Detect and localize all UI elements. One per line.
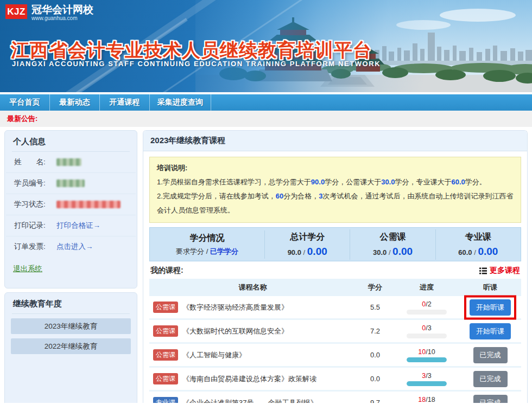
- course-name: 《海南自由贸易港建设总体方案》政策解读: [182, 374, 316, 384]
- credit-section-title: 专业课: [436, 232, 521, 243]
- course-row: 专业课《企业会计准则第37号——金融工具列报》9.718/18已完成: [149, 392, 521, 403]
- personal-info-panel: 个人信息 姓 名:学员编号:学习状态:打印记录:打印合格证→订单发票:点击进入→…: [4, 130, 137, 288]
- year-button-2022[interactable]: 2022年继续教育: [11, 338, 131, 354]
- credit-legend-title: 学分情况: [150, 233, 264, 244]
- earned-credits-label: 已学学分: [210, 247, 238, 255]
- course-name: 《数字经济驱动经济高质量发展》: [182, 303, 288, 312]
- divider: [12, 313, 130, 314]
- field-label: 姓 名:: [14, 157, 56, 167]
- highlighted-number: 30.0: [381, 178, 395, 186]
- page-subtitle: JIANGXI ACCOUNTING STAFF CONTINUING EDUC…: [12, 60, 381, 68]
- progress-fraction: 0/3: [422, 324, 431, 332]
- print-certificate-link[interactable]: 打印合格证→: [56, 221, 100, 230]
- credit-legend: 学分情况 要求学分 / 已学学分: [150, 230, 265, 259]
- course-type-badge: 公需课: [153, 373, 178, 384]
- brand-logo-kjz[interactable]: KJZ: [5, 4, 27, 19]
- progress-bar: [407, 334, 447, 338]
- nav-item-4[interactable]: 采集进度查询: [150, 94, 211, 111]
- course-credits: 0.0: [356, 375, 394, 383]
- course-name: 《人工智能与健康》: [182, 350, 246, 360]
- course-row: 公需课《数字经济驱动经济高质量发展》5.50/2开始听课: [149, 296, 521, 320]
- personal-info-row: 订单发票:点击进入→: [6, 236, 136, 257]
- course-name: 《大数据时代的互联网信息安全》: [182, 326, 288, 336]
- notice-text: 分为合格，: [283, 192, 319, 200]
- progress-total: /3: [426, 372, 431, 380]
- masked-value: [56, 158, 81, 166]
- courses-table: 课程名称学分进度听课 公需课《数字经济驱动经济高质量发展》5.50/2开始听课公…: [149, 279, 521, 403]
- credit-section: 专业课60.0 / 0.00: [436, 229, 521, 260]
- nav-item-2[interactable]: 最新动态: [50, 94, 100, 111]
- credit-legend-sub: 要求学分 / 已学学分: [150, 247, 264, 256]
- brand-name: 冠华会计网校: [31, 4, 93, 15]
- education-year-title: 继续教育年度: [5, 293, 137, 313]
- completed-button[interactable]: 已完成: [473, 371, 508, 387]
- course-name-cell: 公需课《大数据时代的互联网信息安全》: [149, 325, 356, 337]
- course-name-cell: 公需课《海南自由贸易港建设总体方案》政策解读: [149, 373, 356, 384]
- invoice-link[interactable]: 点击进入→: [56, 242, 93, 252]
- course-row: 公需课《海南自由贸易港建设总体方案》政策解读0.03/3已完成: [149, 368, 521, 392]
- course-type-badge: 公需课: [153, 349, 178, 361]
- field-label: 打印记录:: [14, 221, 56, 230]
- announcement-label: 最新公告:: [7, 114, 37, 124]
- course-progress-cell: 0/2: [394, 300, 459, 315]
- more-courses-label: 更多课程: [490, 266, 520, 275]
- course-credits: 0.0: [356, 351, 394, 359]
- highlighted-number: 90.0: [311, 178, 325, 186]
- education-year-buttons: 2023年继续教育2022年继续教育: [5, 318, 137, 354]
- course-name-cell: 专业课《企业会计准则第37号——金融工具列报》: [149, 397, 356, 403]
- progress-fraction: 10/10: [418, 348, 435, 356]
- earned-credits-value: 0.00: [392, 246, 413, 257]
- notice-text: 2.完成规定学分后，请在线参加考试，: [157, 192, 276, 200]
- completed-button[interactable]: 已完成: [473, 395, 508, 403]
- slash: /: [301, 248, 307, 256]
- column-header-2: 学分: [356, 283, 394, 292]
- main-nav: 平台首页最新动态开通课程采集进度查询: [0, 94, 532, 111]
- nav-item-1[interactable]: 平台首页: [0, 94, 50, 111]
- nav-item-3[interactable]: 开通课程: [100, 94, 150, 111]
- personal-info-row: 打印记录:打印合格证→: [6, 215, 136, 236]
- course-name: 《企业会计准则第37号——金融工具列报》: [182, 398, 317, 403]
- courses-panel-title: 2023年继续教育课程: [143, 131, 527, 151]
- required-credits-value: 30.0: [373, 248, 387, 256]
- credit-section: 公需课30.0 / 0.00: [350, 229, 435, 260]
- personal-info-row: 学习状态:: [6, 194, 136, 215]
- logout-link[interactable]: 退出系统: [13, 265, 42, 273]
- masked-value: [56, 179, 85, 187]
- training-notice-line-2: 2.完成规定学分后，请在线参加考试，60分为合格，3次考试机会，通过考试后，由系…: [157, 189, 514, 217]
- progress-fraction: 0/2: [422, 300, 431, 308]
- column-header-4: 听课: [459, 283, 521, 292]
- more-courses-link[interactable]: 更多课程: [479, 266, 520, 275]
- course-credits: 9.7: [356, 399, 394, 403]
- progress-bar: [407, 381, 447, 386]
- progress-done: 10: [418, 348, 426, 356]
- brand-url: www.guanhua.com: [31, 15, 93, 21]
- course-progress-cell: 0/3: [394, 324, 459, 338]
- year-button-2023[interactable]: 2023年继续教育: [11, 318, 131, 334]
- course-action-cell: 开始听课: [459, 299, 521, 316]
- course-action-cell: 开始听课: [459, 323, 521, 339]
- course-name-cell: 公需课《人工智能与健康》: [149, 349, 356, 361]
- courses-table-header: 课程名称学分进度听课: [149, 279, 521, 296]
- progress-fraction: 3/3: [422, 372, 431, 380]
- completed-button[interactable]: 已完成: [473, 347, 508, 363]
- progress-total: /10: [426, 348, 435, 356]
- highlighted-number: 60.0: [451, 178, 465, 186]
- masked-value: [56, 201, 121, 208]
- my-courses-header: 我的课程: 更多课程: [150, 266, 520, 275]
- credit-section-values: 90.0 / 0.00: [265, 246, 350, 258]
- highlighted-number: 3: [319, 192, 322, 200]
- field-label: 订单发票:: [14, 242, 56, 252]
- progress-bar-fill: [407, 381, 447, 386]
- my-courses-label: 我的课程:: [150, 266, 183, 275]
- start-course-button[interactable]: 开始听课: [470, 323, 511, 339]
- progress-done: 18: [418, 396, 426, 403]
- column-header-1: 课程名称: [149, 283, 356, 292]
- course-progress-cell: 10/10: [394, 348, 459, 362]
- credit-section-values: 60.0 / 0.00: [436, 246, 521, 258]
- start-course-button[interactable]: 开始听课: [470, 299, 511, 316]
- earned-credits-value: 0.00: [307, 246, 327, 257]
- course-progress-cell: 18/18: [394, 396, 459, 403]
- personal-info-title: 个人信息: [5, 131, 137, 151]
- credit-section-title: 总计学分: [265, 232, 350, 243]
- logout-row: 退出系统: [5, 257, 137, 288]
